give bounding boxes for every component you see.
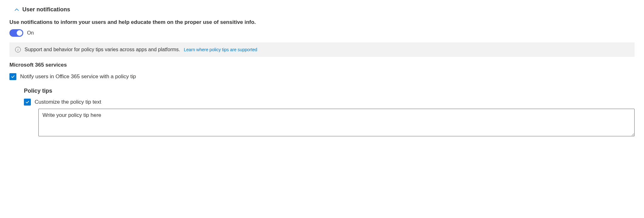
policy-tip-textarea[interactable]: Write your policy tip here [38,109,635,136]
customize-tip-label: Customize the policy tip text [35,99,101,105]
policy-tips-section: Policy tips Customize the policy tip tex… [24,88,635,137]
notifications-toggle-row: On [9,29,635,37]
notifications-toggle[interactable] [9,29,23,37]
customize-tip-checkbox[interactable] [24,99,31,106]
section-header[interactable]: User notifications [14,6,635,13]
info-link[interactable]: Learn where policy tips are supported [184,47,257,52]
subsection-title: Microsoft 365 services [9,62,635,68]
customize-tip-checkbox-row: Customize the policy tip text [24,99,635,106]
section-description: Use notifications to inform your users a… [9,19,635,25]
info-content: Support and behavior for policy tips var… [25,47,257,52]
info-bar: i Support and behavior for policy tips v… [9,42,635,57]
chevron-up-icon[interactable] [14,7,19,12]
section-title: User notifications [22,6,70,13]
toggle-state-label: On [27,30,34,36]
policy-tip-textarea-container: Write your policy tip here [38,109,635,137]
notify-users-checkbox-row: Notify users in Office 365 service with … [9,73,635,80]
notify-users-checkbox[interactable] [9,73,16,80]
toggle-knob [17,30,22,36]
info-icon: i [15,47,21,52]
notify-users-label: Notify users in Office 365 service with … [20,74,136,80]
info-text: Support and behavior for policy tips var… [25,47,180,52]
policy-tips-title: Policy tips [24,88,635,94]
